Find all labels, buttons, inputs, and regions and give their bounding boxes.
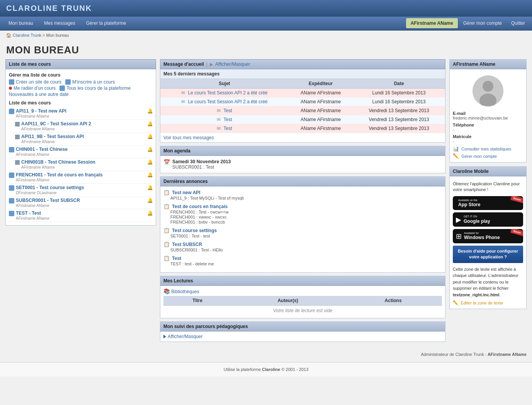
parcours-toggle[interactable]: Afficher/Masquer <box>163 334 442 339</box>
course-name[interactable]: CHIN001B - Test Chinese Session <box>21 159 95 165</box>
subscribe-course-link[interactable]: M'inscrire à un cours <box>72 79 115 85</box>
annonce-title-link[interactable]: Test <box>172 256 181 261</box>
profile-tel-field: Téléphone - <box>453 123 523 132</box>
course-name[interactable]: SUBSCR0001 - Test SUBSCR <box>16 198 80 203</box>
edit-zone-link[interactable]: Editer la zone de texte <box>461 301 503 305</box>
annonce-title-link[interactable]: Test SUBSCR <box>172 242 202 247</box>
annonce-icon: 📋 <box>163 255 170 261</box>
google-icon: ▶ <box>456 215 461 224</box>
msg-subject-link[interactable]: Test <box>223 126 232 131</box>
lectures-panel: Mes Lectures 📚 Bibliothèques Titre Auteu… <box>160 276 445 318</box>
annonces-body: 📋 Test new API API11_9 : Test MySQLi - T… <box>160 186 445 272</box>
annonce-icon: 📋 <box>163 203 170 209</box>
all-courses-icon <box>59 85 65 91</box>
footer-admin-text: Administrateur de Claroline Trunk : <box>421 352 488 357</box>
course-icon <box>9 211 14 216</box>
google-play-big: Google play <box>464 219 490 225</box>
msg-subject-link[interactable]: Le cours Test Session API 2 a été créé <box>188 90 268 96</box>
navbar: Mon bureau Mes messages Gérer la platefo… <box>0 17 532 31</box>
course-name[interactable]: SET0001 - Test course settings <box>16 185 84 190</box>
course-bell-icon[interactable]: 🔔 <box>147 108 153 114</box>
annonce-detail-1-1: FRENCH001 : xwwxc - xwcxc <box>163 215 442 219</box>
msg-sender: AName AFirstname <box>289 106 353 115</box>
footer-text: Utilise la plateforme Claroline © 2001 -… <box>224 367 309 372</box>
msg-envelope-icon: ✉ <box>217 117 221 122</box>
profile-mat-field: Matricule - <box>453 134 523 144</box>
all-courses-link[interactable]: Tous les cours de la plateforme <box>66 85 131 91</box>
windows-icon: ⊞ <box>456 232 462 241</box>
app-store-badge[interactable]: Available on the App Store Soon <box>453 196 523 210</box>
agenda-date: Samedi 30 Novembre 2013 <box>172 159 231 164</box>
message-row: ✉ Le cours Test Session API 2 a été créé… <box>160 97 445 106</box>
course-bell-icon[interactable]: 🔔 <box>147 198 153 203</box>
course-name[interactable]: CHIN001 - Test Chinese <box>16 147 68 152</box>
course-icon <box>9 185 14 191</box>
course-name[interactable]: API11_9B - Test Session API <box>21 134 84 139</box>
nav-quitter[interactable]: Quitter <box>507 18 529 28</box>
library-link[interactable]: Bibliothèques <box>171 289 199 294</box>
course-bell-icon[interactable]: 🔔 <box>147 172 153 178</box>
windows-phone-badge[interactable]: ⊞ Available for Windows Phone Soon <box>453 229 523 243</box>
account-link[interactable]: Gérer mon compte <box>461 154 497 159</box>
profile-card-header: AFirstname AName <box>450 60 526 69</box>
annonce-detail-4-0: TEST : test - delete me <box>163 261 442 266</box>
stats-link[interactable]: Consulter mes statistiques <box>461 147 511 151</box>
course-name[interactable]: FRENCH001 - Test de cours en français <box>16 172 103 178</box>
course-bell-icon[interactable]: 🔔 <box>147 159 153 165</box>
msg-subject-link[interactable]: Le cours Test Session API 2 a été créé <box>188 99 268 104</box>
course-owner: DFirstname DLastname <box>16 191 84 195</box>
course-item: FRENCH001 - Test de cours en français AF… <box>9 171 153 184</box>
msg-sender: AName AFirstname <box>289 124 353 133</box>
msg-col-sender: Expéditeur <box>289 79 353 89</box>
welcome-toggle-link[interactable]: Afficher/Masquer <box>215 62 250 67</box>
course-bell-icon[interactable]: 🔔 <box>147 210 153 216</box>
home-icon: 🏠 <box>6 33 12 38</box>
course-list-title: Liste de mes cours <box>9 100 153 106</box>
course-item: CHIN001B - Test Chinese Session AFirstna… <box>9 158 153 171</box>
course-bell-icon[interactable]: 🔔 <box>147 121 153 126</box>
site-title: Claroline Trunk <box>6 4 92 13</box>
google-play-badge[interactable]: ▶ GET IT ON Google play <box>453 212 523 227</box>
annonce-title-link[interactable]: Test new API <box>172 190 200 195</box>
msg-subject-link[interactable]: Test <box>223 108 232 113</box>
mobile-description: Obtenez l'application Claroline pour vot… <box>453 181 523 193</box>
course-owner: AFirstname AName <box>16 178 103 182</box>
course-bell-icon[interactable]: 🔔 <box>147 134 153 139</box>
annonce-title-link[interactable]: Test de cours en français <box>172 204 228 209</box>
soon-ribbon-apple: Soon <box>510 196 523 204</box>
center-column: Message d'accueil | ▶ Afficher/Masquer M… <box>160 59 445 345</box>
create-course-link[interactable]: Créer un site de cours <box>16 79 61 85</box>
annonce-icon: 📋 <box>163 227 170 233</box>
profile-email-field: E-mail frederic.minne@uclouvain.be <box>453 111 523 120</box>
agenda-detail: SUBSCR0001 : Test <box>172 164 231 170</box>
manage-links: Créer un site de cours M'inscrire à un c… <box>9 79 153 85</box>
annonce-block: 📋 Test course settings SET0001 : Test - … <box>163 227 442 238</box>
msg-subject-link[interactable]: Test <box>223 117 232 122</box>
course-bell-icon[interactable]: 🔔 <box>147 147 153 152</box>
mobile-card: Claroline Mobile Obtenez l'application C… <box>449 166 527 309</box>
nav-gerer-plateforme[interactable]: Gérer la plateforme <box>81 17 131 30</box>
course-name[interactable]: TEST - Test <box>16 210 49 216</box>
see-all-link[interactable]: Voir tous mes messages <box>163 135 214 140</box>
unsubscribe-link[interactable]: Me radier d'un cours <box>14 85 56 91</box>
breadcrumb-home[interactable]: Claroline Trunk <box>13 33 41 38</box>
nav-mes-messages[interactable]: Mes messages <box>39 17 81 30</box>
novelties-link[interactable]: Nouveautés à une autre date <box>9 92 69 97</box>
annonce-title-link[interactable]: Test course settings <box>172 228 217 233</box>
help-configure-button[interactable]: Besoin d'aide pour configurer votre appl… <box>453 246 523 263</box>
left-section-header: Liste de mes cours <box>5 59 156 69</box>
nav-gerer-compte[interactable]: Gérer mon compte <box>459 18 506 28</box>
course-name[interactable]: AAPI11_9C - Test Session API 2 <box>21 121 91 126</box>
nav-mon-bureau[interactable]: Mon bureau <box>3 17 39 30</box>
windows-big: Windows Phone <box>464 235 500 241</box>
msg-sender: AName AFirstname <box>289 115 353 124</box>
course-item: API11_9 - Test new API AFirstname AName … <box>9 107 153 120</box>
user-badge[interactable]: AFirstname AName <box>406 18 458 28</box>
course-name[interactable]: API11_9 - Test new API <box>16 108 66 114</box>
course-bell-icon[interactable]: 🔔 <box>147 185 153 190</box>
course-item: SUBSCR0001 - Test SUBSCR AFirstname ANam… <box>9 197 153 209</box>
msg-col-date: Date <box>353 79 445 89</box>
messages-panel: Mes 5 derniers messages Sujet Expéditeur… <box>160 69 445 143</box>
footer: Utilise la plateforme Claroline © 2001 -… <box>0 362 532 376</box>
profile-tel-value: - <box>453 127 523 132</box>
